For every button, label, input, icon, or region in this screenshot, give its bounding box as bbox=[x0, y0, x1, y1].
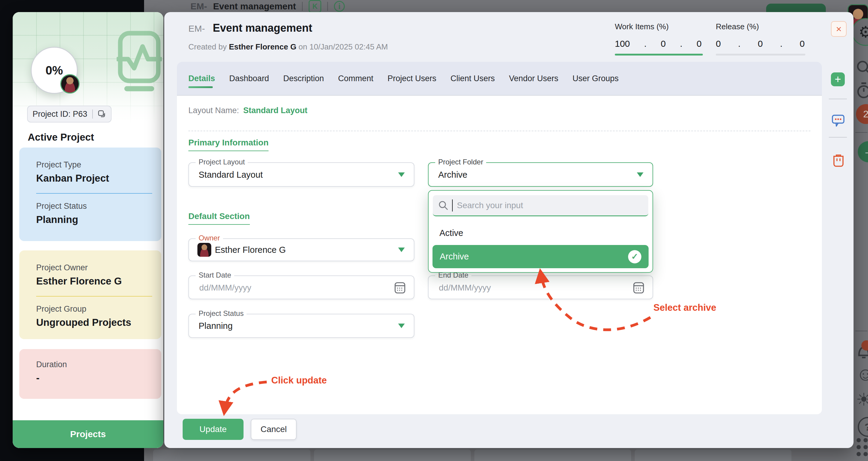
project-code: EM- bbox=[188, 24, 205, 34]
dropdown-option-active[interactable]: Active bbox=[439, 228, 463, 238]
info-icon: i bbox=[334, 1, 345, 12]
divider bbox=[36, 193, 152, 194]
work-items-label: Work Items (%) bbox=[615, 22, 703, 31]
owner-field[interactable]: Owner Esther Florence G bbox=[188, 238, 414, 261]
project-id-label: Project ID: P63 bbox=[33, 110, 87, 119]
start-date-input[interactable] bbox=[198, 276, 380, 299]
comment-icon[interactable] bbox=[832, 114, 845, 127]
metric-separator: . bbox=[644, 39, 647, 49]
tab-project-users[interactable]: Project Users bbox=[388, 74, 436, 83]
search-icon bbox=[856, 60, 868, 76]
project-summary-panel: 0% Project ID: P63 Active Project Projec… bbox=[13, 12, 163, 448]
layout-name-label: Layout Name: bbox=[188, 106, 239, 115]
project-status-label: Project Status bbox=[195, 309, 247, 318]
add-button[interactable]: + bbox=[831, 73, 845, 86]
backdrop-title-prefix: EM- bbox=[190, 1, 207, 11]
divider bbox=[92, 110, 93, 119]
project-status-field[interactable]: Project Status Planning bbox=[188, 314, 414, 338]
duration-card: Duration - bbox=[19, 349, 161, 399]
metric-value: 100 bbox=[615, 39, 630, 49]
primary-information-heading: Primary Information bbox=[188, 138, 269, 151]
layout-name-value[interactable]: Standard Layout bbox=[243, 106, 307, 115]
cancel-button[interactable]: Cancel bbox=[251, 419, 297, 440]
trash-icon[interactable] bbox=[832, 153, 845, 168]
help-icon: ? bbox=[858, 417, 868, 437]
backdrop-board-column bbox=[635, 450, 792, 461]
duration-label: Duration bbox=[36, 360, 152, 369]
monitor-pulse-icon bbox=[117, 30, 162, 93]
annotation-select-archive: Select archive bbox=[653, 302, 716, 313]
metric-value: 0 bbox=[800, 39, 805, 49]
timer-icon bbox=[856, 82, 868, 99]
metric-separator: . bbox=[680, 39, 682, 49]
start-date-field[interactable]: Start Date bbox=[188, 276, 414, 299]
tab-details[interactable]: Details bbox=[188, 74, 215, 83]
work-items-underline bbox=[615, 54, 703, 56]
tab-dashboard[interactable]: Dashboard bbox=[229, 74, 269, 83]
chevron-down-icon bbox=[398, 324, 405, 328]
metric-separator: . bbox=[780, 39, 782, 49]
details-form-card: Layout Name: Standard Layout Primary Inf… bbox=[177, 96, 822, 414]
project-type-label: Project Type bbox=[36, 160, 152, 170]
end-date-field[interactable]: End Date bbox=[428, 276, 653, 299]
backdrop-title: Event management bbox=[213, 1, 296, 11]
metric-value: 0 bbox=[716, 39, 721, 49]
layout-name-row: Layout Name: Standard Layout bbox=[188, 106, 307, 115]
search-icon bbox=[438, 200, 448, 210]
project-details-modal: EM- Event management Created by Esther F… bbox=[164, 12, 854, 448]
tab-user-groups[interactable]: User Groups bbox=[572, 74, 618, 83]
close-icon[interactable]: × bbox=[831, 21, 846, 37]
theme-sun-icon: ☀ bbox=[856, 389, 868, 410]
copy-icon[interactable] bbox=[98, 110, 106, 118]
status-circle-icon: – bbox=[858, 141, 868, 162]
owner-value: Esther Florence G bbox=[215, 245, 286, 255]
avatar-photo bbox=[61, 75, 79, 93]
dropdown-option-archive-label: Archive bbox=[440, 252, 469, 262]
chevron-down-icon bbox=[398, 248, 405, 252]
end-date-input[interactable] bbox=[438, 276, 618, 299]
tab-vendor-users[interactable]: Vendor Users bbox=[509, 74, 558, 83]
project-folder-label: Project Folder bbox=[435, 158, 486, 166]
created-suffix: on 10/Jan/2025 02:45 AM bbox=[296, 42, 388, 51]
notification-badge: 2 bbox=[856, 104, 868, 124]
project-owner-value: Esther Florence G bbox=[36, 276, 152, 287]
project-layout-field[interactable]: Project Layout Standard Layout bbox=[188, 162, 414, 187]
projects-button[interactable]: Projects bbox=[13, 420, 163, 448]
metric-value: 0 bbox=[696, 39, 702, 49]
modal-tabbar: Details Dashboard Description Comment Pr… bbox=[177, 62, 822, 96]
duration-value: - bbox=[36, 372, 152, 384]
divider bbox=[855, 132, 867, 133]
modal-title-row: EM- Event management bbox=[188, 22, 312, 34]
dropdown-search-box[interactable] bbox=[433, 195, 648, 216]
tab-description[interactable]: Description bbox=[283, 74, 324, 83]
app-grid-icon bbox=[857, 438, 868, 456]
metric-value: 0 bbox=[758, 39, 763, 49]
active-project-heading: Active Project bbox=[28, 132, 94, 143]
dropdown-search-input[interactable] bbox=[456, 200, 643, 210]
calendar-icon[interactable] bbox=[394, 281, 406, 294]
calendar-icon[interactable] bbox=[632, 281, 645, 294]
tab-client-users[interactable]: Client Users bbox=[451, 74, 495, 83]
release-underline bbox=[716, 54, 805, 56]
screen: EM- Event management K i ⚙ 2 – ☺ ☀ ? bbox=[0, 0, 868, 461]
project-id-chip[interactable]: Project ID: P63 bbox=[27, 106, 112, 122]
project-status-value: Planning bbox=[198, 321, 233, 331]
modal-title: Event management bbox=[213, 22, 312, 34]
project-group-label: Project Group bbox=[36, 305, 152, 314]
backdrop-page-header: EM- Event management K i bbox=[190, 0, 345, 13]
backdrop-board-column bbox=[314, 450, 471, 461]
annotation-click-update: Click update bbox=[271, 375, 327, 386]
progress-value: 0% bbox=[45, 64, 63, 77]
divider bbox=[855, 331, 867, 331]
kanban-badge-icon: K bbox=[309, 0, 321, 13]
update-button[interactable]: Update bbox=[183, 419, 244, 440]
dropdown-option-archive[interactable]: Archive ✓ bbox=[433, 245, 649, 268]
tab-comment[interactable]: Comment bbox=[338, 74, 373, 83]
project-type-card: Project Type Kanban Project Project Stat… bbox=[19, 147, 161, 241]
project-status-label: Project Status bbox=[36, 202, 152, 211]
check-icon: ✓ bbox=[628, 250, 641, 263]
created-prefix: Created by bbox=[188, 42, 229, 51]
avatar-photo bbox=[197, 243, 211, 257]
project-group-value: Ungrouped Projects bbox=[36, 317, 152, 328]
project-folder-field[interactable]: Project Folder Archive bbox=[428, 162, 653, 187]
